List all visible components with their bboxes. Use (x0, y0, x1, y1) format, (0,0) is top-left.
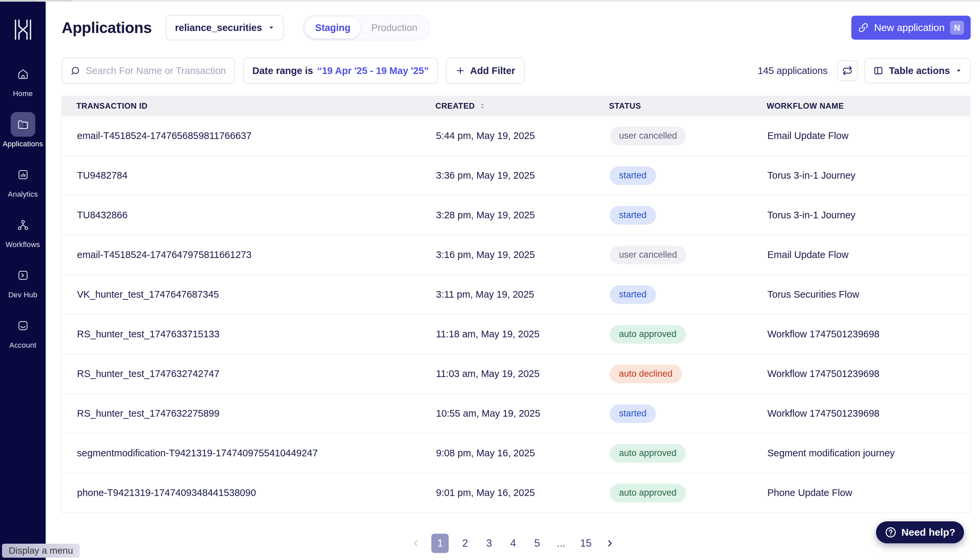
cell-status: started (610, 404, 767, 423)
sidebar-item-applications[interactable]: Applications (0, 112, 46, 148)
cell-transaction-id: RS_hunter_test_1747632275899 (62, 408, 436, 419)
status-tooltip: Display a menu (2, 544, 80, 558)
app-selector-value: reliance_securities (175, 22, 262, 33)
sidebar-item-label: Home (13, 89, 33, 98)
cell-transaction-id: TU9482784 (62, 170, 436, 181)
cell-status: user cancelled (610, 246, 767, 264)
sidebar-item-home[interactable]: Home (0, 62, 46, 98)
main-content: Applications reliance_securities Staging… (46, 2, 980, 560)
status-badge: started (610, 166, 656, 185)
table-row[interactable]: email-T4518524-1747647975811661273 3:16 … (62, 235, 970, 275)
table-row[interactable]: VK_hunter_test_1747647687345 3:11 pm, Ma… (62, 275, 970, 315)
cell-status: user cancelled (610, 127, 767, 145)
date-filter-range: “19 Apr '25 - 19 May '25” (317, 65, 429, 76)
table-row[interactable]: RS_hunter_test_1747633715133 11:18 am, M… (62, 315, 970, 354)
cell-transaction-id: VK_hunter_test_1747647687345 (62, 289, 436, 300)
link-icon (858, 22, 869, 33)
analytics-icon (17, 168, 29, 181)
table-row[interactable]: RS_hunter_test_1747632742747 11:03 am, M… (62, 354, 970, 394)
workflows-icon (17, 219, 29, 231)
cell-workflow-name: Email Update Flow (767, 249, 970, 260)
hyperverge-logo-icon (11, 18, 35, 42)
sidebar-item-account[interactable]: Account (0, 313, 46, 350)
search-icon (70, 65, 80, 76)
page-ellipsis: ... (553, 534, 569, 553)
cell-created: 5:44 pm, May 19, 2025 (436, 130, 610, 141)
page-button-15[interactable]: 15 (577, 534, 594, 553)
search-box (62, 57, 235, 84)
cell-workflow-name: Torus Securities Flow (767, 289, 970, 300)
table-row[interactable]: TU8432866 3:28 pm, May 19, 2025 started … (62, 196, 970, 235)
page-button-1[interactable]: 1 (431, 534, 449, 553)
cell-workflow-name: Workflow 1747501239698 (767, 408, 970, 419)
status-badge: auto approved (610, 484, 686, 502)
cell-workflow-name: Workflow 1747501239698 (767, 368, 970, 379)
table-row[interactable]: phone-T9421319-1747409348441538090 9:01 … (62, 473, 970, 513)
tab-staging[interactable]: Staging (305, 17, 360, 38)
previous-page-button[interactable] (409, 537, 423, 550)
cell-workflow-name: Segment modification journey (767, 448, 970, 459)
cell-workflow-name: Email Update Flow (767, 130, 970, 141)
search-input[interactable] (86, 65, 227, 76)
table-row[interactable]: segmentmodification-T9421319-17474097554… (62, 434, 970, 473)
page-button-4[interactable]: 4 (505, 534, 521, 553)
keyboard-shortcut-badge: N (950, 21, 964, 35)
column-status: STATUS (609, 101, 767, 111)
columns-icon (873, 65, 884, 76)
next-page-button[interactable] (603, 537, 616, 550)
need-help-button[interactable]: Need help? (876, 521, 964, 543)
cell-created: 11:18 am, May 19, 2025 (436, 329, 610, 340)
cell-transaction-id: segmentmodification-T9421319-17474097554… (62, 448, 436, 459)
cell-workflow-name: Workflow 1747501239698 (767, 329, 970, 340)
new-application-button[interactable]: New application N (851, 16, 971, 40)
table-actions-button[interactable]: Table actions (864, 58, 971, 83)
cell-created: 10:55 am, May 19, 2025 (436, 408, 610, 419)
cell-transaction-id: email-T4518524-1747656859811766637 (62, 130, 436, 141)
cell-transaction-id: phone-T9421319-1747409348441538090 (62, 487, 436, 498)
refresh-button[interactable] (837, 60, 858, 81)
tab-production[interactable]: Production (361, 17, 428, 38)
plus-icon (455, 66, 465, 76)
filter-toolbar: Date range is “19 Apr '25 - 19 May '25” … (62, 57, 971, 84)
sidebar-nav: Home Applications Analytics Workflows De… (0, 62, 46, 350)
applications-count: 145 applications (758, 65, 828, 76)
column-workflow-name: WORKFLOW NAME (767, 101, 971, 111)
table-row[interactable]: email-T4518524-1747656859811766637 5:44 … (62, 116, 970, 156)
cell-status: started (610, 166, 767, 185)
cell-created: 3:28 pm, May 19, 2025 (436, 210, 610, 221)
applications-table: TRANSACTION ID CREATED STATUS WORKFLOW N… (61, 96, 971, 513)
cell-created: 3:16 pm, May 19, 2025 (436, 249, 610, 260)
status-badge: user cancelled (610, 246, 686, 264)
cell-workflow-name: Torus 3-in-1 Journey (767, 210, 970, 221)
environment-tabs: Staging Production (303, 15, 430, 40)
sidebar-item-analytics[interactable]: Analytics (0, 162, 46, 199)
date-range-filter[interactable]: Date range is “19 Apr '25 - 19 May '25” (243, 57, 438, 84)
account-icon (17, 319, 29, 332)
sidebar-item-dev-hub[interactable]: Dev Hub (0, 263, 46, 299)
question-circle-icon (885, 526, 897, 538)
table-header: TRANSACTION ID CREATED STATUS WORKFLOW N… (61, 96, 971, 116)
sort-icon[interactable] (479, 102, 486, 110)
add-filter-button[interactable]: Add Filter (446, 57, 524, 84)
browser-strip-segment (33, 0, 71, 2)
column-created[interactable]: CREATED (435, 101, 609, 111)
page-button-2[interactable]: 2 (457, 534, 473, 553)
cell-status: auto approved (610, 444, 767, 463)
cell-status: started (610, 285, 767, 304)
column-transaction-id: TRANSACTION ID (61, 101, 435, 111)
cell-transaction-id: RS_hunter_test_1747633715133 (62, 329, 436, 340)
sidebar: Home Applications Analytics Workflows De… (0, 2, 46, 560)
page-button-3[interactable]: 3 (481, 534, 497, 553)
status-badge: auto approved (610, 444, 686, 463)
cell-created: 9:08 pm, May 16, 2025 (436, 448, 610, 459)
app-selector-dropdown[interactable]: reliance_securities (166, 15, 284, 40)
chevron-down-icon (268, 24, 275, 31)
cell-created: 3:36 pm, May 19, 2025 (436, 170, 610, 181)
cell-status: started (610, 206, 767, 225)
page-button-5[interactable]: 5 (529, 534, 545, 553)
sidebar-item-workflows[interactable]: Workflows (0, 213, 46, 249)
status-badge: started (610, 285, 656, 304)
cell-workflow-name: Phone Update Flow (767, 487, 970, 498)
table-row[interactable]: TU9482784 3:36 pm, May 19, 2025 started … (62, 156, 970, 196)
table-row[interactable]: RS_hunter_test_1747632275899 10:55 am, M… (62, 394, 970, 434)
